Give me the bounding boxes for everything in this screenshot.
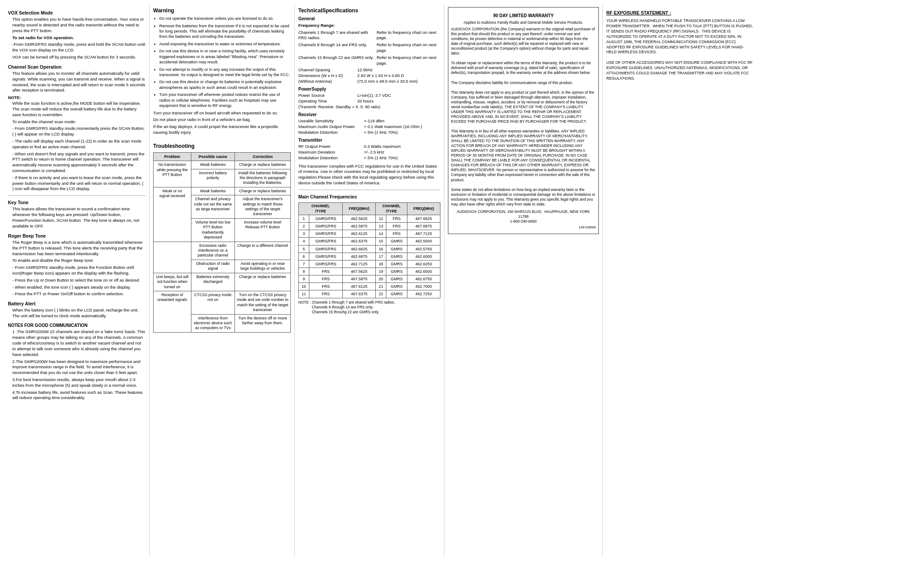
warn-item-2: Avoid exposing the transceiver to water …: [159, 41, 291, 47]
warn-item-0: Do not operate the transceiver unless yo…: [159, 16, 291, 21]
problem-1: No transmission while pressing the PTT B…: [154, 161, 191, 187]
ch-type: GMRS/FRS: [309, 223, 342, 230]
warranty-title: 90 DAY LIMITED WARRANTY: [451, 13, 596, 18]
ch-type: GMRS/FRS: [309, 260, 342, 268]
freq-row: 9 FRS 467.5875 20 GMRS 462.6750: [299, 275, 440, 283]
max-dev-spec: Maximum Deviation +/- 2.5 kHz: [298, 150, 440, 155]
tech-specs-title: TechnicalSpecifications: [298, 7, 440, 14]
vox-item-2: VOX can be turned off by pressing the SC…: [12, 55, 146, 60]
ch-freq: 462.5625: [343, 215, 376, 222]
freq-range-0: Channels 1 through 7 are shared with FRS…: [298, 30, 375, 41]
ps-value: Li-Ion(1), 3.7 VDC: [357, 93, 391, 99]
roger-beep-content: The Roger Beep is a tone which is automa…: [8, 240, 146, 257]
freq-row: 2 GMRS/FRS 462.5875 13 FRS 467.6875: [299, 223, 440, 230]
ch-type: FRS: [309, 275, 342, 283]
freq-row: 5 GMRS/FRS 462.6625 16 GMRS 462.5750: [299, 245, 440, 253]
notes-title: NOTES FOR GOOD COMMUNICATION: [8, 323, 146, 329]
max-audio-spec: Maximum Audio Output Power > 0.1 Watt ma…: [298, 124, 440, 130]
ch-type2: GMRS: [386, 268, 407, 275]
warn-item-1: Remove the batteries from the transceive…: [159, 23, 291, 40]
main-freq-title: Main Channel Frequencies: [298, 194, 440, 200]
cause-4a: Batteries extremely discharged: [191, 273, 235, 291]
col1-divider: [8, 195, 146, 196]
battery-alert-content: When the battery icon ( ) blinks on the …: [8, 308, 146, 319]
channel-scan-title: Channel Scan Operation: [8, 64, 146, 70]
ch-type2: GMRS: [386, 245, 407, 253]
ch-freq: 462.6625: [343, 245, 376, 253]
trouble-row-5: Reception of unwanted signals CTCSS priv…: [154, 291, 291, 314]
note-item-4: - When unit doesn't find any signals and…: [12, 151, 146, 174]
vox-content: This option enables you to have hands-fr…: [8, 17, 146, 33]
dim-ant-value: (72.0 mm x 49.0 mm x 20.5 mm): [357, 79, 418, 84]
cause-5b: Interference from electronic device such…: [191, 314, 235, 332]
correction-1b: Install the batteries following the dire…: [235, 169, 290, 187]
correction-4a: Charge or replace batteries: [235, 273, 290, 291]
ch-type: GMRS/FRS: [309, 253, 342, 260]
mdrx-value: < 5% (1 kHz 70%): [364, 130, 398, 136]
ch-freq2: 462.6000: [407, 253, 440, 260]
mod-dist-tx-spec: Modulation Distortion < 5% (1 kHz 70%): [298, 155, 440, 161]
ch-freq: 462.5875: [343, 223, 376, 230]
ch-type2: FRS: [386, 223, 407, 230]
freq-note: NOTE : Channels 1 through 7 are shared w…: [298, 300, 440, 315]
rfout-value: 0.3 Watts maximum: [364, 144, 401, 150]
freq-channels: Channels 1 through 7 are shared with FRS…: [298, 30, 440, 66]
dev-value: +/- 2.5 kHz: [364, 150, 384, 155]
rb-item-3: - When enabled, the tone icon ( ) appear…: [12, 285, 146, 290]
ch-num: 9: [299, 275, 309, 283]
vox-item-1: -From GMRS/FRS standby mode, press and h…: [12, 42, 146, 53]
ch-num: 4: [299, 238, 309, 245]
cause-2a: Weak batteries: [191, 187, 235, 195]
transmitter-label: Transmitter: [298, 137, 440, 143]
mdrx-label: Modulation Distortion: [298, 130, 362, 136]
rfout-label: RF Output Power: [298, 144, 362, 150]
ch-num2: 13: [376, 223, 386, 230]
channel-spacing-spec: Channel Spacing 12.5kHz: [298, 67, 440, 73]
ch-type2: GMRS: [386, 260, 407, 268]
col-5: 90 DAY LIMITED WARRANTY Applies to Audio…: [444, 4, 603, 557]
correction-3a: Change to a different channel: [235, 242, 290, 260]
col-3: TechnicalSpecifications General Frequenc…: [295, 4, 444, 557]
ch-freq2: 462.5750: [407, 245, 440, 253]
warning-title: Warning: [153, 7, 291, 14]
cause-1b: Incorrect battery polarity: [191, 169, 235, 187]
power-source-spec: Power Source Li-Ion(1), 3.7 VDC: [298, 93, 440, 99]
correction-2b: Adjust the transceiver's settings to mat…: [235, 195, 290, 219]
receiver-label: Receiver: [298, 112, 440, 118]
th-cause: Possible cause: [191, 152, 235, 161]
troubleshooting-section: Troubleshooting Problem Possible cause C…: [153, 143, 291, 333]
mod-dist-rx-spec: Modulation Distortion < 5% (1 kHz 70%): [298, 130, 440, 136]
warranty-applies: Applies to Audiovox Family Radio and Gen…: [451, 20, 596, 25]
standby-ratio: (Transmit: Receive: Standby = 5: 5: 90 r…: [298, 104, 440, 110]
sens-value: >-119 dBm: [364, 118, 385, 124]
correction-5a: Turn on the CTCSS privacy mode and set c…: [235, 291, 290, 314]
freq-row: 8 FRS 467.5625 19 GMRS 462.6500: [299, 268, 440, 275]
freq-row: 6 GMRS/FRS 462.6875 17 GMRS 462.6000: [299, 253, 440, 260]
trouble-row-1: No transmission while pressing the PTT B…: [154, 161, 291, 169]
ch-freq2: 462.6500: [407, 268, 440, 275]
freq-range-1: Channels 8 through 14 are FRS only.: [298, 42, 375, 54]
problem-5: Reception of unwanted signals: [154, 291, 191, 332]
ch-type2: GMRS: [386, 283, 407, 290]
freq-row: 11 FRS 467.6375 22 GMRS 462.7250: [299, 290, 440, 298]
ch-num2: 12: [376, 215, 386, 222]
key-tone-content: This feature allows the transceiver to s…: [8, 206, 146, 229]
freq-table-body: 1 GMRS/FRS 462.5625 12 FRS 467.6625 2 GM…: [299, 215, 440, 298]
freq-note-0: Refer to frequency chart on next page.: [377, 30, 440, 41]
ch-freq: 462.6375: [343, 238, 376, 245]
ch-freq: 467.6375: [343, 290, 376, 298]
freq-th-right-ch: CHANNEL/TYPE: [376, 203, 407, 215]
rf-output-spec: RF Output Power 0.3 Watts maximum: [298, 144, 440, 150]
roger-beep-items: To enable and disable the Roger Beep ton…: [8, 258, 146, 297]
cause-1a: Weak batteries: [191, 161, 235, 169]
sens-label: Useable Sensitivity: [298, 118, 362, 124]
ch-num2: 19: [376, 268, 386, 275]
ch-freq2: 462.7000: [407, 283, 440, 290]
warn-item-4: Do not attempt to modify or in any way i…: [159, 67, 291, 78]
rf-body: YOUR WIRELESS HANDHELD PORTABLE TRANSCEI…: [606, 18, 753, 81]
dim-label: Dimensions (W x H x D): [298, 73, 356, 79]
op-time-spec: Operating Time 20 hours: [298, 99, 440, 104]
battery-alert-section: Battery Alert When the battery icon ( ) …: [8, 301, 146, 319]
ch-num: 5: [299, 245, 309, 253]
ch-freq: 462.6875: [343, 253, 376, 260]
